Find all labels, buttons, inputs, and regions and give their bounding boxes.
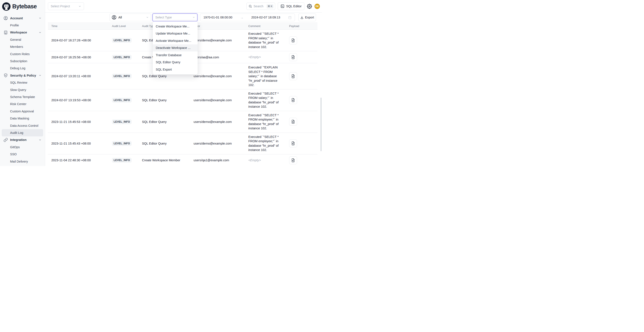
cell-payload	[286, 34, 318, 46]
search-placeholder: Search	[254, 4, 263, 8]
sidebar-item-audit-log[interactable]: Audit Log	[2, 129, 43, 136]
empty-comment-placeholder: <Empty>	[248, 55, 261, 59]
settings-gear-icon[interactable]	[307, 4, 312, 9]
date-range-picker[interactable]: 1970-01-01 08:00:00 → 2024-02-07 18:09:1…	[200, 13, 295, 21]
payload-view-button[interactable]	[289, 118, 297, 126]
cell-audit-level: LEVEL_INFO	[109, 36, 139, 45]
type-menu-item-transfer-database[interactable]: Transfer Database	[153, 51, 198, 59]
project-select[interactable]: Select Project	[48, 2, 84, 10]
sql-editor-button[interactable]: SQL Editor	[278, 2, 304, 10]
search-input[interactable]: Search ⌘ K	[246, 2, 275, 10]
cell-audit-type: Create Workspace Member	[139, 157, 190, 164]
sidebar-item-risk-center[interactable]: Risk Center	[2, 101, 43, 108]
payload-view-button[interactable]	[289, 53, 297, 61]
payload-view-button[interactable]	[289, 72, 297, 80]
sidebar-item-data-access-control[interactable]: Data Access Control	[2, 122, 43, 129]
sidebar-item-workspace[interactable]: Workspace	[2, 29, 43, 36]
type-menu-item-update-workspace-me[interactable]: Update Workspace Me...	[153, 30, 198, 37]
sidebar-item-account[interactable]: Account	[2, 14, 43, 22]
cell-audit-type: SQL Editor Query	[139, 140, 190, 147]
payload-view-button[interactable]	[289, 156, 297, 164]
brand-name: Bytebase	[12, 3, 37, 10]
user-avatar[interactable]: DE	[314, 4, 320, 9]
audit-level-badge: LEVEL_INFO	[112, 74, 132, 78]
sidebar-item-general[interactable]: General	[2, 36, 43, 43]
sidebar-item-sso[interactable]: SSO	[2, 151, 43, 158]
audit-level-badge: LEVEL_INFO	[112, 55, 132, 60]
sql-editor-label: SQL Editor	[286, 4, 302, 8]
sidebar-item-integration[interactable]: Integration	[2, 136, 43, 144]
sidebar-item-custom-roles[interactable]: Custom Roles	[2, 50, 43, 57]
file-search-icon	[291, 158, 295, 162]
sidebar-nav: AccountProfileWorkspaceGeneralMembersCus…	[0, 13, 45, 166]
actor-filter-value: All	[118, 16, 122, 19]
user-circle-icon	[112, 15, 116, 20]
type-menu-item-activate-workspace-me[interactable]: Activate Workspace Me...	[153, 37, 198, 44]
type-menu-item-create-workspace-me[interactable]: Create Workspace Me...	[153, 23, 198, 30]
column-header-audit-level: Audit Level	[109, 24, 139, 28]
cell-comment: Executed `"EXPLAIN SELECT * FROM salary;…	[245, 63, 286, 89]
file-search-icon	[291, 98, 295, 102]
sidebar-item-data-masking[interactable]: Data Masking	[2, 115, 43, 122]
sidebar-item-mail-delivery[interactable]: Mail Delivery	[2, 158, 43, 165]
column-header-comment: Comment	[245, 24, 286, 28]
sidebar-item-label: Members	[10, 45, 23, 48]
cell-actor: users/demo@example.com	[190, 118, 245, 126]
sidebar-item-label: Security & Policy	[10, 74, 36, 77]
sidebar-item-archived[interactable]: Archived	[2, 165, 43, 166]
sidebar-item-sql-review[interactable]: SQL Review	[2, 79, 43, 86]
sidebar-item-subscription[interactable]: Subscription	[2, 57, 43, 65]
column-header-payload: Payload	[286, 24, 318, 28]
date-to-value: 2024-02-07 18:09:13	[251, 16, 280, 19]
sidebar-item-security-policy[interactable]: Security & Policy	[2, 72, 43, 79]
column-header-time: Time	[48, 24, 109, 28]
filter-bar: All Select Type 1970-01-01 08:00:00 → 20…	[45, 13, 322, 21]
sidebar-item-label: Integration	[10, 138, 26, 142]
cell-actor: users/qa1@example.com	[190, 157, 245, 164]
terminal-icon	[280, 4, 284, 8]
sidebar-item-profile[interactable]: Profile	[2, 22, 43, 29]
audit-level-badge: LEVEL_INFO	[112, 98, 132, 103]
payload-view-button[interactable]	[289, 96, 297, 104]
vertical-scrollbar-thumb[interactable]	[320, 98, 322, 151]
payload-view-button[interactable]	[289, 139, 297, 147]
audit-level-badge: LEVEL_INFO	[112, 120, 132, 124]
brand-logo[interactable]: Bytebase	[0, 0, 45, 13]
sidebar-item-label: Audit Log	[10, 131, 23, 135]
sidebar-item-schema-template[interactable]: Schema Template	[2, 93, 43, 100]
type-menu-item-label: SQL Export	[156, 68, 172, 71]
sidebar-item-members[interactable]: Members	[2, 43, 43, 50]
cell-audit-level: LEVEL_INFO	[109, 53, 139, 62]
audit-level-badge: LEVEL_INFO	[112, 141, 132, 146]
sidebar-item-gitops[interactable]: GitOps	[2, 144, 43, 151]
cell-audit-type: SQL Editor Query	[139, 97, 190, 104]
type-menu-item-sql-editor-query[interactable]: SQL Editor Query	[153, 59, 198, 66]
sidebar-item-label: Profile	[10, 24, 19, 27]
cell-comment: Executed `"SELECT * FROM salary;"` in da…	[245, 30, 286, 51]
sidebar-item-label: Data Access Control	[10, 124, 38, 127]
sidebar-item-debug-log[interactable]: Debug Log	[2, 65, 43, 72]
sidebar-item-label: Subscription	[10, 59, 27, 63]
sidebar-item-label: Schema Template	[10, 95, 35, 99]
type-menu-item-deactivate-workspace[interactable]: Deactivate Workspace ...	[153, 44, 198, 52]
sidebar-item-slow-query[interactable]: Slow Query	[2, 86, 43, 93]
sidebar-item-label: Account	[10, 16, 23, 20]
actor-filter-select[interactable]: All	[110, 13, 151, 21]
type-menu-item-label: Create Workspace Me...	[156, 25, 190, 28]
export-button[interactable]: Export	[298, 13, 316, 21]
audit-level-badge: LEVEL_INFO	[112, 158, 132, 163]
type-filter-select[interactable]: Select Type	[152, 13, 198, 21]
file-search-icon	[291, 74, 295, 78]
type-menu-item-label: SQL Editor Query	[156, 60, 180, 64]
sidebar-item-label: Debug Log	[10, 66, 25, 70]
sidebar-item-custom-approval[interactable]: Custom Approval	[2, 108, 43, 115]
calendar-icon	[288, 16, 292, 19]
payload-view-button[interactable]	[289, 36, 297, 44]
file-search-icon	[291, 141, 295, 146]
search-icon	[248, 4, 252, 8]
type-menu-item-sql-export[interactable]: SQL Export	[153, 66, 198, 73]
building-icon	[4, 30, 8, 35]
type-menu-item-label: Transfer Database	[156, 53, 182, 57]
audit-log-row: 2024-02-07 13:19:53 +08:00LEVEL_INFOSQL …	[48, 89, 318, 111]
download-icon	[300, 16, 304, 19]
